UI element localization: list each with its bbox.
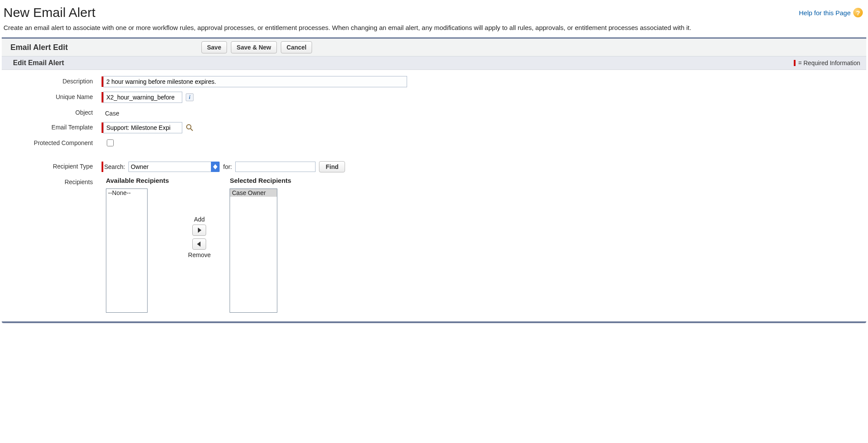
selected-recipients-title: Selected Recipients bbox=[230, 177, 291, 184]
description-input[interactable] bbox=[103, 76, 407, 87]
chevron-left-icon bbox=[197, 241, 201, 247]
lookup-icon[interactable] bbox=[185, 123, 194, 132]
find-button[interactable]: Find bbox=[319, 161, 345, 172]
remove-button[interactable] bbox=[192, 238, 206, 250]
add-button[interactable] bbox=[192, 225, 206, 236]
protected-component-checkbox[interactable] bbox=[107, 139, 114, 146]
intro-text: Create an email alert to associate with … bbox=[2, 22, 866, 37]
save-button[interactable]: Save bbox=[201, 41, 227, 53]
add-label: Add bbox=[194, 216, 205, 223]
svg-marker-5 bbox=[198, 228, 201, 233]
required-legend: = Required Information bbox=[794, 60, 860, 66]
available-recipients-list[interactable]: --None-- bbox=[106, 188, 148, 313]
recipient-type-select[interactable]: Owner bbox=[128, 162, 220, 172]
protected-component-label: Protected Component bbox=[2, 138, 102, 146]
svg-marker-6 bbox=[197, 241, 201, 247]
selected-recipients-list[interactable]: Case Owner bbox=[230, 188, 277, 313]
cancel-button[interactable]: Cancel bbox=[281, 41, 312, 53]
search-for-input[interactable] bbox=[235, 162, 316, 172]
section-title: Edit Email Alert bbox=[13, 59, 64, 67]
required-legend-text: = Required Information bbox=[798, 60, 860, 66]
email-template-input[interactable] bbox=[103, 122, 182, 133]
list-item[interactable]: --None-- bbox=[106, 189, 147, 197]
list-item[interactable]: Case Owner bbox=[230, 189, 277, 197]
unique-name-label: Unique Name bbox=[2, 92, 102, 100]
available-recipients-title: Available Recipients bbox=[106, 177, 169, 184]
save-and-new-button[interactable]: Save & New bbox=[231, 41, 276, 53]
page-title: New Email Alert bbox=[3, 5, 95, 20]
object-value: Case bbox=[103, 108, 119, 117]
remove-label: Remove bbox=[188, 251, 210, 258]
email-template-label: Email Template bbox=[2, 122, 102, 131]
help-for-this-page-link[interactable]: Help for this Page bbox=[799, 9, 851, 17]
info-icon[interactable]: i bbox=[186, 93, 194, 101]
unique-name-input[interactable] bbox=[103, 92, 182, 103]
chevron-right-icon bbox=[197, 228, 201, 233]
required-bar-icon bbox=[794, 60, 796, 66]
for-label: for: bbox=[223, 163, 232, 170]
search-label: Search: bbox=[104, 163, 125, 170]
svg-line-1 bbox=[191, 129, 193, 131]
recipients-label: Recipients bbox=[2, 177, 102, 185]
description-label: Description bbox=[2, 76, 102, 85]
svg-point-0 bbox=[187, 125, 191, 129]
panel-title: Email Alert Edit bbox=[10, 43, 201, 52]
recipient-type-label: Recipient Type bbox=[2, 161, 102, 170]
object-label: Object bbox=[2, 107, 102, 116]
help-icon[interactable]: ? bbox=[853, 8, 863, 17]
